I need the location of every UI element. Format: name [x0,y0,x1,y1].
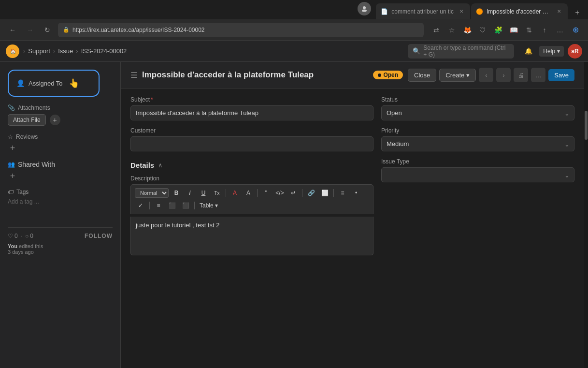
more-icon[interactable]: … [553,23,567,37]
reactions-row: ♡ 0 · ○ 0 FOLLOW [8,233,113,239]
toolbar-sep-6 [194,202,195,209]
code-button[interactable]: </> [274,188,286,198]
description-content: juste pour le tutoriel , test tst 2 [136,221,219,229]
checklist-button[interactable]: ✓ [135,200,146,211]
create-chevron-icon: ▾ [466,72,470,79]
print-button[interactable]: 🖨 [514,68,528,82]
tab-favicon-1: 📄 [381,8,387,15]
subject-label: Subject* [130,96,373,103]
share-icon[interactable]: ↑ [538,23,551,37]
share-people-icon: 👥 [8,161,15,168]
underline-button[interactable]: U [198,188,209,198]
align-button[interactable]: ≡ [153,200,164,211]
reviews-section: ☆ Reviews + [8,133,113,153]
indent-in-button[interactable]: ⬛ [166,200,178,211]
priority-label: Priority [381,127,574,134]
tab-close-2[interactable]: ✕ [555,8,563,15]
details-collapse-icon[interactable]: ∧ [158,162,163,169]
comment-icon: ○ [25,233,29,239]
notifications-icon[interactable]: 🔔 [522,44,535,58]
heart-icon: ♡ [8,233,13,239]
editor-toolbar: Normal B I U Tx A A [130,184,373,214]
next-issue-button[interactable]: › [496,68,511,82]
bold-button[interactable]: B [171,188,182,198]
editor-body[interactable]: juste pour le tutoriel , test tst 2 [130,217,373,255]
unordered-list-button[interactable]: • [350,188,362,198]
translate-icon[interactable]: ⇄ [430,23,443,37]
issue-area: ☰ Impossible d'acceder à la plateforme T… [121,62,584,368]
sidebar-bottom: ♡ 0 · ○ 0 FOLLOW You edited this 3 da [8,227,113,255]
comments-count: 0 [30,233,33,239]
follow-button[interactable]: FOLLOW [85,233,113,239]
indent-out-button[interactable]: ⬛ [180,200,191,211]
tab-inactive[interactable]: 📄 comment attribuer un tic ✕ [376,3,470,19]
toolbar-sep-4 [333,189,334,197]
issue-type-select-wrapper [381,167,574,182]
customer-input[interactable] [130,136,373,151]
reload-button[interactable]: ↻ [41,23,54,37]
svg-point-0 [363,6,366,9]
reader-view-icon[interactable]: 📖 [507,23,520,37]
customer-label: Customer [130,127,373,134]
shield-icon[interactable]: 🛡 [476,23,489,37]
more-options-button[interactable]: … [531,68,545,82]
status-select[interactable]: Open Closed In Progress Resolved [381,105,574,120]
scrollbar-thumb[interactable] [585,111,588,140]
ordered-list-button[interactable]: ≡ [337,188,348,198]
blockquote-button[interactable]: " [260,188,272,198]
new-tab-button[interactable]: + [571,6,584,19]
sync-icon[interactable]: ⇅ [522,23,536,37]
dot-separator: · [21,233,22,239]
save-button[interactable]: Save [548,69,574,81]
breadcrumb-issue[interactable]: Issue [58,47,73,55]
tab-active[interactable]: 🟠 Impossible d'acceder à la ✕ [471,3,568,19]
media-button[interactable]: ⬜ [319,188,330,198]
scrollbar-track [584,62,588,368]
search-bar[interactable]: 🔍 Search or type a command (Ctrl + G) [408,44,514,59]
hamburger-icon[interactable]: ☰ [130,71,137,80]
help-button[interactable]: Help ▾ [539,46,564,57]
extensions-icon[interactable]: 🧩 [491,23,505,37]
link-button[interactable]: 🔗 [305,188,317,198]
paperclip-icon: 📎 [8,104,15,111]
format-select[interactable]: Normal [135,188,169,198]
back-button[interactable]: ← [6,23,19,37]
breadcrumb-support[interactable]: Support [28,47,50,55]
shared-with-section: 👥 Shared With + [8,161,113,181]
clear-format-button[interactable]: Tx [211,188,223,198]
issue-type-select[interactable] [381,167,574,182]
url-bar[interactable]: 🔒 https://irex.uat.aretex.ca/app/issue/I… [58,23,424,37]
table-button[interactable]: Table ▾ [198,200,220,211]
create-button[interactable]: Create ▾ [439,69,476,82]
user-avatar[interactable]: sR [568,44,582,59]
subject-input[interactable] [130,105,373,120]
highlight-button[interactable]: A [243,188,254,198]
activity-time: 3 days ago [8,249,34,255]
italic-button[interactable]: I [184,188,196,198]
profile-icon[interactable]: 🦊 [460,23,474,37]
prev-issue-button[interactable]: ‹ [479,68,493,82]
tags-header: 🏷 Tags [8,189,113,195]
attach-file-button[interactable]: Attach File [8,114,46,126]
assigned-to-box[interactable]: 👤 Assigned To 👆 [8,70,100,97]
status-badge: Open [373,71,403,79]
tab-close-1[interactable]: ✕ [458,8,465,15]
tags-label: Tags [16,189,29,195]
close-button[interactable]: Close [408,69,436,82]
tag-icon: 🏷 [8,189,14,195]
copilot-icon[interactable]: ⊕ [569,23,582,37]
likes-reaction[interactable]: ♡ 0 [8,233,18,239]
add-tag-field[interactable]: Add a tag ... [8,198,113,205]
priority-select[interactable]: Low Medium High Critical [381,136,574,151]
indent-button[interactable]: ↵ [287,188,299,198]
attach-add-button[interactable]: + [50,115,60,125]
forward-button[interactable]: → [23,23,37,37]
breadcrumb-id[interactable]: ISS-2024-00002 [81,47,127,55]
tab-label-2: Impossible d'acceder à la [487,8,551,15]
shared-with-add-button[interactable]: + [8,171,17,181]
bookmark-icon[interactable]: ☆ [445,23,459,37]
text-color-button[interactable]: A [229,188,241,198]
reviews-add-button[interactable]: + [8,143,17,153]
comments-reaction[interactable]: ○ 0 [25,233,33,239]
browser-toolbar: ⇄ ☆ 🦊 🛡 🧩 📖 ⇅ ↑ … ⊕ [430,23,582,37]
